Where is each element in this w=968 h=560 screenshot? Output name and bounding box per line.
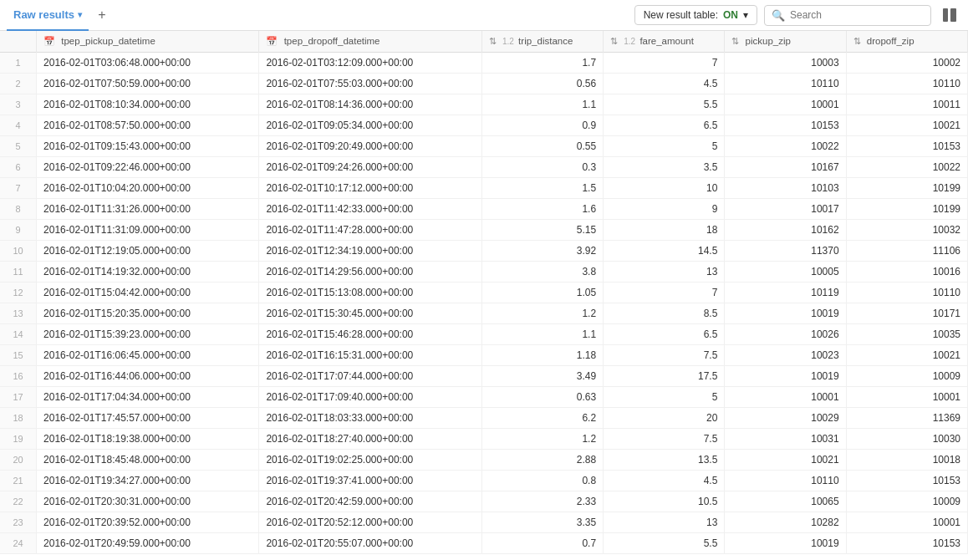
table-row: 19 2016-02-01T18:19:38.000+00:00 2016-02… <box>0 429 968 450</box>
table-row: 14 2016-02-01T15:39:23.000+00:00 2016-02… <box>0 324 968 345</box>
fare-amount-cell: 8.5 <box>604 303 725 324</box>
th-pickup-datetime[interactable]: 📅 tpep_pickup_datetime <box>37 31 259 53</box>
fare-amount-cell: 9 <box>604 199 725 220</box>
pickup-zip-cell: 10031 <box>725 429 846 450</box>
dropoff-datetime-cell: 2016-02-01T20:42:59.000+00:00 <box>259 491 481 512</box>
dropoff-datetime-cell: 2016-02-01T11:47:28.000+00:00 <box>259 220 481 241</box>
trip-distance-cell: 2.88 <box>481 450 603 471</box>
table-row: 17 2016-02-01T17:04:34.000+00:00 2016-02… <box>0 387 968 408</box>
fare-amount-cell: 4.5 <box>604 74 725 94</box>
pickup-zip-cell: 10029 <box>725 408 846 429</box>
table-row: 24 2016-02-01T20:49:59.000+00:00 2016-02… <box>0 533 968 554</box>
sort-icon-4: ⇅ <box>853 36 861 46</box>
pickup-datetime-cell: 2016-02-01T14:19:32.000+00:00 <box>37 262 259 283</box>
dropoff-datetime-cell: 2016-02-01T15:46:28.000+00:00 <box>259 324 481 345</box>
row-number: 22 <box>0 491 37 512</box>
fare-amount-cell: 13.5 <box>604 450 725 471</box>
row-number: 1 <box>0 53 37 74</box>
table-row: 8 2016-02-01T11:31:26.000+00:00 2016-02-… <box>0 199 968 220</box>
trip-distance-cell: 0.9 <box>481 115 603 136</box>
dropoff-zip-cell: 10011 <box>846 94 967 115</box>
fare-amount-cell: 20 <box>604 408 725 429</box>
dropoff-zip-cell: 10001 <box>846 387 967 408</box>
th-pickup-zip[interactable]: ⇅ pickup_zip <box>725 31 846 53</box>
pickup-zip-cell: 10001 <box>725 94 846 115</box>
row-number: 8 <box>0 199 37 220</box>
row-number: 17 <box>0 387 37 408</box>
search-icon: 🔍 <box>772 9 785 22</box>
pickup-datetime-cell: 2016-02-01T19:34:27.000+00:00 <box>37 471 259 491</box>
dropoff-datetime-cell: 2016-02-01T16:15:31.000+00:00 <box>259 345 481 366</box>
pickup-zip-cell: 10110 <box>725 471 846 491</box>
dropoff-zip-cell: 10030 <box>846 429 967 450</box>
pickup-zip-cell: 10110 <box>725 74 846 94</box>
pickup-datetime-cell: 2016-02-01T16:06:45.000+00:00 <box>37 345 259 366</box>
th-dropoff-zip[interactable]: ⇅ dropoff_zip <box>846 31 967 53</box>
toggle-state: ON <box>723 9 738 21</box>
search-input[interactable] <box>790 9 924 21</box>
row-number: 5 <box>0 136 37 157</box>
trip-distance-cell: 0.56 <box>481 74 603 94</box>
dropoff-zip-cell: 10032 <box>846 220 967 241</box>
pickup-zip-cell: 10119 <box>725 283 846 303</box>
sort-icon: ⇅ <box>489 36 497 46</box>
dropoff-zip-cell: 10009 <box>846 366 967 387</box>
dropoff-zip-cell: 10022 <box>846 157 967 178</box>
th-trip-distance[interactable]: ⇅ 1.2 trip_distance <box>481 31 603 53</box>
row-number: 9 <box>0 220 37 241</box>
table-row: 7 2016-02-01T10:04:20.000+00:00 2016-02-… <box>0 178 968 199</box>
raw-results-label: Raw results <box>13 8 74 21</box>
row-number: 15 <box>0 345 37 366</box>
trip-distance-cell: 0.8 <box>481 471 603 491</box>
pickup-zip-cell: 10003 <box>725 53 846 74</box>
dropoff-datetime-cell: 2016-02-01T17:07:44.000+00:00 <box>259 366 481 387</box>
dropoff-datetime-cell: 2016-02-01T10:17:12.000+00:00 <box>259 178 481 199</box>
th-fare-amount[interactable]: ⇅ 1.2 fare_amount <box>604 31 725 53</box>
table-row: 2 2016-02-01T07:50:59.000+00:00 2016-02-… <box>0 74 968 94</box>
table-row: 9 2016-02-01T11:31:09.000+00:00 2016-02-… <box>0 220 968 241</box>
pickup-datetime-cell: 2016-02-01T17:45:57.000+00:00 <box>37 408 259 429</box>
row-number: 24 <box>0 533 37 554</box>
fare-amount-cell: 7 <box>604 283 725 303</box>
pickup-datetime-cell: 2016-02-01T15:20:35.000+00:00 <box>37 303 259 324</box>
dropoff-zip-cell: 11369 <box>846 408 967 429</box>
dropoff-zip-cell: 10171 <box>846 303 967 324</box>
pickup-datetime-cell: 2016-02-01T15:04:42.000+00:00 <box>37 283 259 303</box>
dropoff-zip-cell: 11106 <box>846 241 967 262</box>
layout-button[interactable] <box>938 3 961 27</box>
dropoff-datetime-cell: 2016-02-01T18:03:33.000+00:00 <box>259 408 481 429</box>
row-number: 16 <box>0 366 37 387</box>
top-bar-left: Raw results ▾ + <box>7 0 631 31</box>
dropoff-zip-cell: 10110 <box>846 283 967 303</box>
columns-layout-icon <box>942 8 957 23</box>
dropoff-datetime-cell: 2016-02-01T12:34:19.000+00:00 <box>259 241 481 262</box>
row-number: 23 <box>0 512 37 533</box>
pickup-datetime-cell: 2016-02-01T10:04:20.000+00:00 <box>37 178 259 199</box>
dropoff-zip-cell: 10153 <box>846 533 967 554</box>
fare-amount-cell: 13 <box>604 512 725 533</box>
dropoff-datetime-cell: 2016-02-01T20:52:12.000+00:00 <box>259 512 481 533</box>
svg-rect-0 <box>943 8 948 22</box>
table-row: 12 2016-02-01T15:04:42.000+00:00 2016-02… <box>0 283 968 303</box>
trip-distance-cell: 1.5 <box>481 178 603 199</box>
dropoff-zip-cell: 10153 <box>846 136 967 157</box>
new-result-table-toggle[interactable]: New result table: ON ▾ <box>634 5 757 25</box>
fare-amount-cell: 5.5 <box>604 533 725 554</box>
results-table: 📅 tpep_pickup_datetime 📅 tpep_dropoff_da… <box>0 31 968 554</box>
pickup-zip-cell: 10167 <box>725 157 846 178</box>
th-dropoff-label: tpep_dropoff_datetime <box>284 36 380 46</box>
search-box[interactable]: 🔍 <box>764 5 931 26</box>
pickup-datetime-cell: 2016-02-01T09:15:43.000+00:00 <box>37 136 259 157</box>
row-number: 21 <box>0 471 37 491</box>
dropoff-zip-cell: 10009 <box>846 491 967 512</box>
toggle-chevron-icon: ▾ <box>743 9 748 21</box>
pickup-zip-cell: 10023 <box>725 345 846 366</box>
table-row: 3 2016-02-01T08:10:34.000+00:00 2016-02-… <box>0 94 968 115</box>
pickup-zip-cell: 10005 <box>725 262 846 283</box>
pickup-zip-cell: 10019 <box>725 366 846 387</box>
row-number: 2 <box>0 74 37 94</box>
fare-amount-cell: 5.5 <box>604 94 725 115</box>
raw-results-tab[interactable]: Raw results ▾ <box>7 0 89 31</box>
th-dropoff-datetime[interactable]: 📅 tpep_dropoff_datetime <box>259 31 481 53</box>
add-tab-button[interactable]: + <box>92 5 112 25</box>
